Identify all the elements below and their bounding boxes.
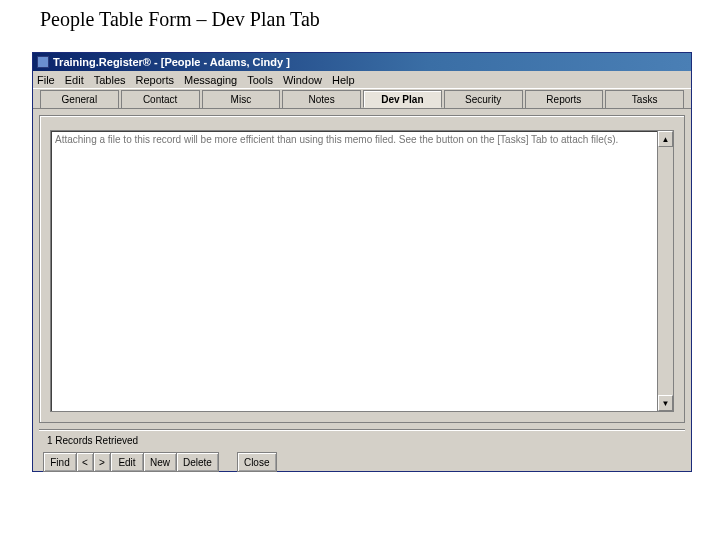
edit-button[interactable]: Edit [110, 452, 144, 472]
tab-notes[interactable]: Notes [282, 90, 361, 108]
memo-textarea[interactable]: Attaching a file to this record will be … [50, 130, 658, 412]
tab-label: Reports [546, 94, 581, 105]
tab-tasks[interactable]: Tasks [605, 90, 684, 108]
menu-messaging[interactable]: Messaging [184, 74, 237, 86]
titlebar: Training.Register® - [People - Adams, Ci… [33, 53, 691, 71]
menu-file[interactable]: File [37, 74, 55, 86]
tab-general[interactable]: General [40, 90, 119, 108]
status-text: 1 Records Retrieved [33, 431, 691, 448]
tab-label: Misc [231, 94, 252, 105]
menu-reports[interactable]: Reports [136, 74, 175, 86]
menu-help[interactable]: Help [332, 74, 355, 86]
tab-panel-dev-plan: Attaching a file to this record will be … [39, 115, 685, 423]
tab-label: Contact [143, 94, 177, 105]
tab-label: Dev Plan [381, 94, 423, 105]
button-bar: Find < > Edit New Delete Close [33, 448, 691, 478]
page-caption: People Table Form – Dev Plan Tab [0, 0, 720, 37]
menu-edit[interactable]: Edit [65, 74, 84, 86]
memo-scrollbar[interactable]: ▲ ▼ [658, 130, 674, 412]
tab-contact[interactable]: Contact [121, 90, 200, 108]
next-record-button[interactable]: > [93, 452, 111, 472]
memo-container: Attaching a file to this record will be … [50, 130, 674, 412]
new-button[interactable]: New [143, 452, 177, 472]
close-button[interactable]: Close [237, 452, 277, 472]
tab-label: Security [465, 94, 501, 105]
prev-record-button[interactable]: < [76, 452, 94, 472]
tab-reports[interactable]: Reports [525, 90, 604, 108]
chevron-up-icon: ▲ [662, 135, 670, 144]
tab-dev-plan[interactable]: Dev Plan [363, 90, 442, 108]
tab-misc[interactable]: Misc [202, 90, 281, 108]
menu-window[interactable]: Window [283, 74, 322, 86]
menubar[interactable]: File Edit Tables Reports Messaging Tools… [33, 71, 691, 89]
tab-label: Notes [309, 94, 335, 105]
titlebar-text: Training.Register® - [People - Adams, Ci… [53, 56, 290, 68]
delete-button[interactable]: Delete [176, 452, 219, 472]
tab-label: General [62, 94, 98, 105]
scroll-down-button[interactable]: ▼ [658, 395, 673, 411]
tabstrip: General Contact Misc Notes Dev Plan Secu… [33, 89, 691, 109]
menu-tables[interactable]: Tables [94, 74, 126, 86]
app-icon [37, 56, 49, 68]
tab-label: Tasks [632, 94, 658, 105]
app-window: Training.Register® - [People - Adams, Ci… [32, 52, 692, 472]
scroll-up-button[interactable]: ▲ [658, 131, 673, 147]
find-button[interactable]: Find [43, 452, 77, 472]
menu-tools[interactable]: Tools [247, 74, 273, 86]
record-button-group: Find < > Edit New Delete [43, 452, 219, 472]
tab-security[interactable]: Security [444, 90, 523, 108]
chevron-down-icon: ▼ [662, 399, 670, 408]
